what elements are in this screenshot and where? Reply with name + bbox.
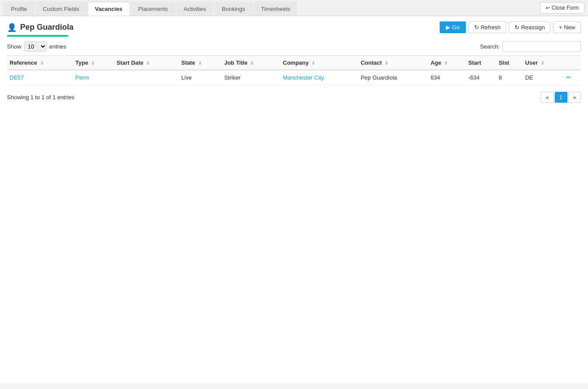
refresh-label: Refresh (481, 24, 501, 31)
slst-value: 8 (499, 74, 502, 81)
search-box: Search: (480, 41, 581, 52)
showing-text: Showing 1 to 1 of 1 entries (7, 94, 74, 101)
search-label: Search: (480, 43, 500, 50)
cell-start: -634 (466, 70, 496, 85)
sort-icon-user: ⇕ (541, 61, 544, 66)
sort-icon-contact: ⇕ (385, 61, 388, 66)
table-controls: Show 10 25 50 100 entries Search: (7, 41, 581, 52)
sort-icon-job-title: ⇕ (250, 61, 254, 66)
entries-label: entries (49, 43, 66, 50)
cell-start-date (114, 70, 178, 85)
cell-user: DE (522, 70, 563, 85)
cell-slst: 8 (496, 70, 522, 85)
refresh-button[interactable]: ↻ Refresh (469, 21, 507, 33)
new-button[interactable]: + New (553, 21, 581, 33)
new-label: New (564, 24, 575, 31)
col-contact[interactable]: Contact ⇕ (358, 56, 428, 70)
progress-bar-fill (7, 35, 68, 37)
person-header: 👤 Pep Guardiola ▶ Go ↻ Refresh ↻ Reassig… (7, 21, 581, 33)
state-value: Live (181, 74, 192, 81)
person-name-group: 👤 Pep Guardiola (7, 23, 74, 32)
go-play-icon: ▶ (446, 24, 450, 31)
show-label: Show (7, 43, 21, 50)
reassign-label: Reassign (521, 24, 545, 31)
new-plus-icon: + (559, 24, 562, 31)
col-job-title[interactable]: Job Title ⇕ (221, 56, 280, 70)
col-start-date[interactable]: Start Date ⇕ (114, 56, 178, 70)
refresh-icon: ↻ (474, 24, 479, 31)
close-form-label: Close Form (552, 5, 579, 11)
col-user[interactable]: User ⇕ (522, 56, 563, 70)
col-type[interactable]: Type ⇕ (73, 56, 114, 70)
cell-type: Perm (73, 70, 114, 85)
go-label: Go (452, 24, 459, 31)
type-link[interactable]: Perm (75, 74, 89, 81)
cell-reference: DE57 (7, 70, 73, 85)
tab-bookings[interactable]: Bookings (214, 2, 252, 16)
pagination-next[interactable]: » (568, 92, 581, 103)
sort-icon-company: ⇕ (312, 61, 315, 66)
go-button[interactable]: ▶ Go (440, 21, 466, 33)
user-value: DE (525, 74, 533, 81)
sort-icon-reference: ⇕ (40, 61, 44, 66)
tabs: Profile Custom Fields Vacancies Placemen… (4, 0, 298, 16)
sort-icon-type: ⇕ (91, 61, 94, 66)
company-link[interactable]: Manchester City (283, 74, 324, 81)
show-entries: Show 10 25 50 100 entries (7, 42, 66, 52)
tab-vacancies[interactable]: Vacancies (88, 2, 130, 16)
col-slst[interactable]: Slst (496, 56, 522, 70)
close-form-button[interactable]: ↩ Close Form (540, 2, 584, 14)
cell-contact: Pep Guardiola (358, 70, 428, 85)
person-icon: 👤 (7, 23, 17, 32)
table-row: DE57 Perm Live Striker Manchester City (7, 70, 581, 85)
progress-bar-wrap (7, 35, 68, 37)
col-state[interactable]: State ⇕ (178, 56, 221, 70)
job-title-value: Striker (224, 74, 241, 81)
reassign-button[interactable]: ↻ Reassign (509, 21, 550, 33)
vacancies-table: Reference ⇕ Type ⇕ Start Date ⇕ State ⇕ … (7, 56, 581, 85)
close-form-icon: ↩ (546, 5, 550, 11)
tab-custom-fields[interactable]: Custom Fields (35, 2, 87, 16)
pagination: « 1 » (541, 92, 581, 103)
col-age[interactable]: Age ⇕ (428, 56, 466, 70)
table-header-row: Reference ⇕ Type ⇕ Start Date ⇕ State ⇕ … (7, 56, 581, 70)
start-value: -634 (468, 74, 480, 81)
person-name: Pep Guardiola (20, 23, 74, 32)
pagination-prev[interactable]: « (541, 92, 553, 103)
edit-icon[interactable]: ✏ (566, 74, 571, 81)
main-content: 👤 Pep Guardiola ▶ Go ↻ Refresh ↻ Reassig… (0, 16, 588, 383)
col-start[interactable]: Start (466, 56, 496, 70)
reassign-icon: ↻ (514, 24, 519, 31)
cell-age: 634 (428, 70, 466, 85)
age-value: 634 (430, 74, 440, 81)
contact-value: Pep Guardiola (360, 74, 397, 81)
cell-state: Live (178, 70, 221, 85)
col-company[interactable]: Company ⇕ (280, 56, 358, 70)
tab-timesheets[interactable]: Timesheets (254, 2, 298, 16)
footer-row: Showing 1 to 1 of 1 entries « 1 » (7, 88, 581, 103)
tab-profile[interactable]: Profile (4, 2, 35, 16)
col-actions (564, 56, 581, 70)
cell-company: Manchester City (280, 70, 358, 85)
tab-placements[interactable]: Placements (131, 2, 175, 16)
sort-icon-state: ⇕ (198, 61, 202, 66)
pagination-current[interactable]: 1 (555, 92, 567, 103)
reference-link[interactable]: DE57 (10, 74, 24, 81)
sort-icon-start-date: ⇕ (146, 61, 150, 66)
cell-edit: ✏ (564, 70, 581, 85)
entries-select[interactable]: 10 25 50 100 (24, 42, 47, 52)
tab-activities[interactable]: Activities (176, 2, 214, 16)
search-input[interactable] (502, 41, 581, 52)
col-reference[interactable]: Reference ⇕ (7, 56, 73, 70)
action-buttons: ▶ Go ↻ Refresh ↻ Reassign + New (440, 21, 581, 33)
tab-bar: Profile Custom Fields Vacancies Placemen… (0, 0, 588, 16)
sort-icon-age: ⇕ (444, 61, 448, 66)
cell-job-title: Striker (221, 70, 280, 85)
